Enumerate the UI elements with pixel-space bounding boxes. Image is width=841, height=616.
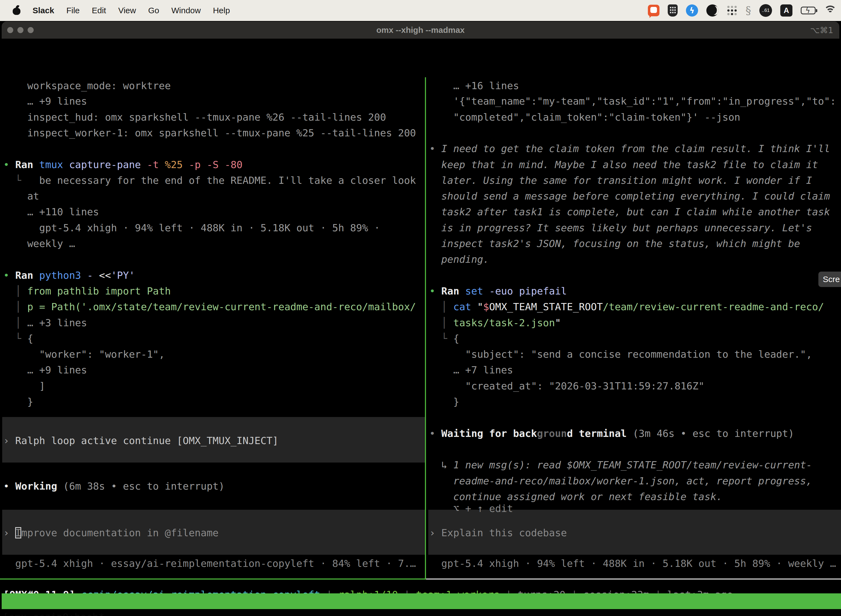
keyboard-layout-icon[interactable]: A [780, 4, 793, 16]
omx-statusbar[interactable]: [OMX#0.11.9] cczip/essay/ai-reimplementa… [2, 77, 841, 616]
badge-61-icon[interactable]: ..61 [759, 4, 772, 17]
terminal-content[interactable]: workspace_mode: worktree … +9 lines insp… [0, 39, 841, 616]
menu-item-view[interactable]: View [118, 6, 136, 15]
screen-tooltip: Scre [818, 271, 841, 287]
battery-icon[interactable]: ϟ [801, 7, 816, 14]
window-title: omx --xhigh --madmax [1, 25, 840, 35]
menu-item-help[interactable]: Help [213, 6, 230, 15]
squiggle-icon[interactable]: § [746, 5, 751, 16]
dots-grid-icon[interactable] [727, 5, 737, 16]
moon-contrast-icon[interactable] [706, 4, 718, 16]
menu-item-go[interactable]: Go [148, 6, 159, 15]
tmux-session-label: [omx-cczip0:bash* [3, 609, 104, 616]
wifi-icon[interactable] [824, 6, 837, 15]
tooltip-label: Scre [823, 274, 840, 284]
window-titlebar[interactable]: omx --xhigh --madmax ⌥⌘1 [1, 22, 840, 39]
blue-bolt-app-icon[interactable]: ϟ [686, 4, 698, 16]
menu-item-edit[interactable]: Edit [92, 6, 106, 15]
chat-app-icon[interactable] [648, 5, 659, 16]
menu-item-file[interactable]: File [66, 6, 79, 15]
menu-item-window[interactable]: Window [171, 6, 201, 15]
menu-item-slack[interactable]: Slack [32, 6, 54, 15]
apple-menu-icon[interactable] [13, 6, 21, 15]
tmux-status-bar: [omx-cczip0:bash* "MacBook-Pro-44.local"… [1, 593, 841, 609]
menu-bar: SlackFileEditViewGoWindowHelp ϟ § ..61 A… [0, 0, 841, 21]
shield-grid-icon[interactable] [668, 4, 678, 16]
window-shortcut-hint: ⌥⌘1 [810, 25, 833, 35]
